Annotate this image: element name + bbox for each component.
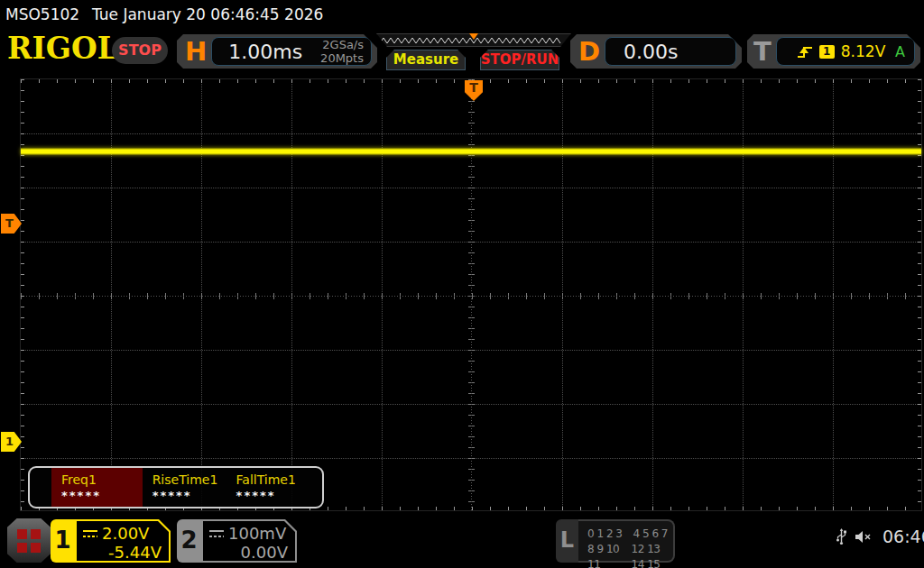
datetime-text: Tue January 20 06:46:45 2026 [92,5,323,23]
left-edge-ticks [21,79,24,510]
digital-channels-4-7: 4 5 6 7 [633,527,667,542]
menu-button[interactable] [7,518,51,563]
digital-channels-0-3: 0 1 2 3 [587,527,622,542]
channel1-info-box[interactable]: 2.00V -5.44V [75,519,171,563]
channel1-offset-marker[interactable]: 1 [1,432,22,452]
delay-label: D [578,36,600,67]
speaker-muted-icon [855,530,873,544]
oscilloscope-screen: MSO5102 Tue January 20 06:46:45 2026 RIG… [0,0,924,568]
channel2-offset: 0.00V [209,543,290,562]
measurement-name: Freq1 [61,472,143,487]
delay-settings-panel[interactable]: D 0.00s [570,34,742,69]
channel2-info-box[interactable]: 100mV 0.00V [201,519,297,563]
trigger-source-badge: 1 [819,45,835,59]
model-name: MSO5102 [5,5,79,23]
trigger-settings-panel[interactable]: T 1 8.12V A [747,34,920,69]
horizontal-label: H [185,36,207,67]
menu-grid-icon [17,529,41,553]
dc-coupling-icon [209,529,224,537]
measurement-value: ***** [236,489,322,502]
logic-analyzer-status[interactable]: L 0 1 2 3 4 5 6 7 8 9 10 11 12 13 14 15 [556,519,675,563]
trigger-level-marker[interactable]: T [1,214,22,234]
measure-button[interactable]: Measure [386,50,466,70]
measurement-results-panel[interactable]: Freq1 ***** RiseTime1 ***** FallTime1 **… [28,466,324,508]
right-edge-ticks [918,79,921,510]
digital-channels-box[interactable]: 0 1 2 3 4 5 6 7 8 9 10 11 12 13 14 15 [578,519,675,563]
horizontal-settings-panel[interactable]: H 1.00ms 2GSa/s 20Mpts [177,34,377,69]
dc-coupling-icon [83,529,97,537]
bottom-channel-bar: 1 2.00V -5.44V 2 100mV [0,514,924,568]
channel1-status[interactable]: 1 2.00V -5.44V [51,519,171,563]
measurement-name: FallTime1 [236,472,322,487]
clock: 06:46 [882,527,924,546]
trigger-level-value: 8.12V [841,42,885,60]
trigger-label: T [753,36,772,67]
memory-depth: 20Mpts [320,51,364,65]
trigger-sweep-mode: A [895,43,905,60]
trigger-position-marker[interactable]: T [465,80,483,101]
logic-analyzer-tab[interactable]: L [556,519,578,563]
waveform-preview-strip[interactable] [376,33,571,47]
digital-channels-8-11: 8 9 10 11 [587,542,621,568]
measurement-item-risetime[interactable]: RiseTime1 ***** [143,468,226,507]
measurement-name: RiseTime1 [152,472,226,487]
channel1-scale: 2.00V [102,524,149,543]
measurement-item-freq[interactable]: Freq1 ***** [51,468,143,507]
waveform-display-area: T T 1 Freq1 ***** RiseTime1 ***** FallTi… [20,78,922,511]
delay-value: 0.00s [605,41,678,63]
horizontal-value-box[interactable]: 1.00ms 2GSa/s 20Mpts [211,37,372,66]
sample-rate: 2GSa/s [322,38,364,51]
system-tray: 06:46 [836,527,924,546]
preview-trigger-position-icon [469,33,478,40]
measurement-value: ***** [152,489,226,502]
run-status-badge[interactable]: STOP [112,37,168,64]
header-bar: RIGOL STOP H 1.00ms 2GSa/s 20Mpts Measur… [0,27,924,74]
center-horizontal-axis [21,293,921,299]
channel1-waveform-trace [21,148,921,155]
channel1-tab[interactable]: 1 [51,519,75,563]
measurement-item-falltime[interactable]: FallTime1 ***** [226,468,322,507]
channel2-status[interactable]: 2 100mV 0.00V [177,519,297,563]
stop-run-button[interactable]: STOP/RUN [480,50,559,70]
channel2-scale: 100mV [228,524,286,543]
channel2-tab[interactable]: 2 [177,519,201,563]
acquisition-rates: 2GSa/s 20Mpts [320,38,371,65]
digital-channels-12-15: 12 13 14 15 [632,542,673,568]
trigger-slope-rising-icon [797,45,813,59]
channel1-offset: -5.44V [83,543,163,562]
delay-value-box[interactable]: 0.00s [605,37,736,66]
trigger-value-box[interactable]: 1 8.12V A [776,37,915,66]
usb-icon [836,527,847,545]
rigol-logo: RIGOL [7,31,118,66]
timebase-value: 1.00ms [212,41,320,63]
measurement-value: ***** [61,489,143,502]
status-bar: MSO5102 Tue January 20 06:46:45 2026 [0,0,924,27]
